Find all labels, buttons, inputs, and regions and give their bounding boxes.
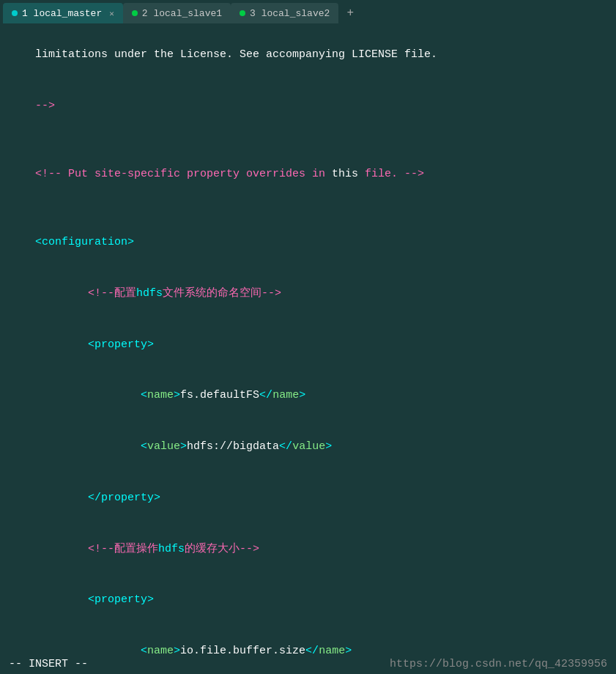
- code-line-13: <property>: [9, 574, 607, 626]
- tab-bar: 1 local_master ✕ 2 local_slave1 3 local_…: [0, 0, 616, 23]
- code-line-4: <!-- Put site-specific property override…: [9, 149, 607, 200]
- code-line-14: <name>io.file.buffer.size</name>: [9, 626, 607, 653]
- code-line-2: -->: [9, 81, 607, 132]
- code-line-5: [9, 200, 607, 217]
- tab-1-local-master[interactable]: 1 local_master ✕: [3, 3, 123, 23]
- tab-1-label: 1 local_master: [22, 8, 102, 19]
- code-line-7: <!--配置hdfs文件系统的命名空间-->: [9, 268, 607, 319]
- tab-3-label: 3 local_slave2: [250, 8, 330, 19]
- tab-1-close-icon[interactable]: ✕: [109, 9, 114, 18]
- code-line-6: <configuration>: [9, 217, 607, 268]
- tab-1-dot: [12, 10, 18, 16]
- code-line-9: <name>fs.defaultFS</name>: [9, 370, 607, 421]
- code-line-3: [9, 132, 607, 149]
- new-tab-button[interactable]: +: [341, 4, 359, 22]
- code-line-12: <!--配置操作hdfs的缓存大小-->: [9, 523, 607, 574]
- tab-2-label: 2 local_slave1: [142, 8, 222, 19]
- vim-mode: -- INSERT --: [9, 658, 88, 670]
- code-line-1: limitations under the License. See accom…: [9, 29, 607, 81]
- tab-3-local-slave2[interactable]: 3 local_slave2: [231, 3, 338, 23]
- tab-2-local-slave1[interactable]: 2 local_slave1: [123, 3, 231, 23]
- tab-2-dot: [132, 10, 138, 16]
- code-line-10: <value>hdfs://bigdata</value>: [9, 421, 607, 473]
- code-line-11: </property>: [9, 473, 607, 524]
- url-link: https://blog.csdn.net/qq_42359956: [390, 658, 607, 670]
- status-bar: -- INSERT -- https://blog.csdn.net/qq_42…: [0, 653, 616, 674]
- editor-area: limitations under the License. See accom…: [0, 23, 616, 653]
- code-line-8: <property>: [9, 319, 607, 370]
- tab-3-dot: [240, 10, 245, 16]
